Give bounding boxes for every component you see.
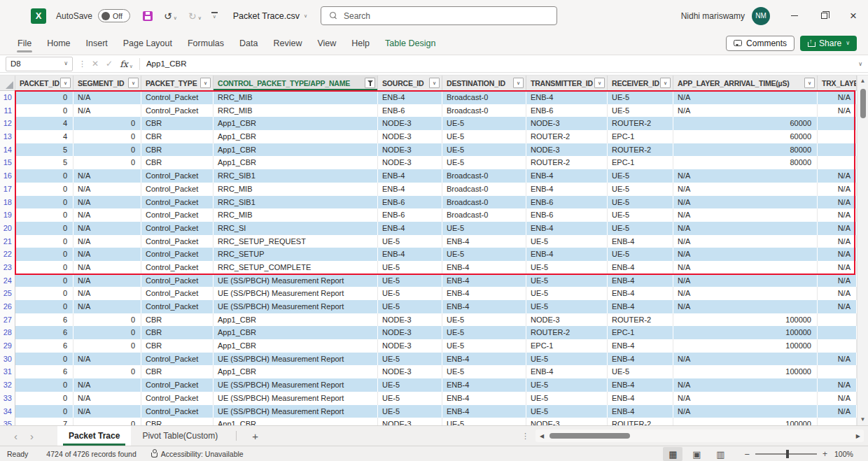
cell[interactable]: CBR <box>141 326 214 339</box>
cell[interactable]: N/A <box>74 183 141 196</box>
cell[interactable]: ENB-4 <box>442 392 526 405</box>
cell[interactable]: ENB-4 <box>608 405 673 418</box>
cell[interactable]: N/A <box>673 392 818 405</box>
cell[interactable]: ROUTER-2 <box>526 130 608 143</box>
cell[interactable]: NODE-3 <box>378 339 442 353</box>
cell[interactable]: CBR <box>141 130 214 143</box>
cell[interactable]: UE-5 <box>526 353 608 366</box>
cell[interactable]: 0 <box>15 392 74 405</box>
ribbon-tab-table-design[interactable]: Table Design <box>377 32 443 55</box>
name-box[interactable]: D8 ∨ <box>6 57 73 71</box>
cell[interactable]: ENB-6 <box>378 104 442 118</box>
cell[interactable]: UE (SS/PBCH) Measurement Report <box>214 392 378 405</box>
cell[interactable]: 60000 <box>673 130 818 143</box>
cell[interactable]: NODE-3 <box>378 130 442 143</box>
cell[interactable]: ENB-6 <box>526 104 608 118</box>
row-number[interactable]: 19 <box>0 208 15 222</box>
cell[interactable]: 6 <box>15 313 74 327</box>
column-header-packet-type[interactable]: PACKET_TYPE∨ <box>141 76 214 90</box>
cell[interactable]: CBR <box>141 365 214 378</box>
filter-dropdown-button[interactable]: ∨ <box>804 78 815 88</box>
row-number[interactable]: 18 <box>0 196 15 209</box>
cell[interactable]: 5 <box>15 143 74 157</box>
cell[interactable]: UE-5 <box>608 222 673 235</box>
cell[interactable]: 0 <box>15 300 74 313</box>
cell[interactable]: 100000 <box>673 365 818 378</box>
column-header-destination-id[interactable]: DESTINATION_ID∨ <box>442 76 526 90</box>
cell[interactable]: N/A <box>673 300 818 313</box>
cell[interactable]: 0 <box>15 353 74 366</box>
cell[interactable]: ENB-4 <box>526 222 608 235</box>
cell[interactable]: ENB-4 <box>442 378 526 392</box>
cell[interactable]: N/A <box>74 91 141 104</box>
filter-dropdown-button[interactable]: ∨ <box>660 78 671 88</box>
ribbon-tab-help[interactable]: Help <box>344 32 377 55</box>
cell[interactable]: 0 <box>15 91 74 104</box>
cell[interactable]: UE-5 <box>526 300 608 313</box>
row-number[interactable]: 16 <box>0 169 15 183</box>
scroll-left-icon[interactable]: ◀ <box>540 433 544 439</box>
scroll-right-icon[interactable]: ▶ <box>856 433 860 439</box>
formula-bar-handle[interactable]: ⋮ <box>78 59 86 69</box>
cell[interactable]: ENB-4 <box>526 183 608 196</box>
cell[interactable]: UE-5 <box>526 378 608 392</box>
cell[interactable]: N/A <box>673 274 818 288</box>
cell[interactable]: App1_CBR <box>214 418 378 425</box>
cell[interactable]: UE-5 <box>378 261 442 274</box>
cell[interactable]: N/A <box>74 353 141 366</box>
row-number[interactable]: 12 <box>0 117 15 130</box>
ribbon-tab-formulas[interactable]: Formulas <box>180 32 232 55</box>
cell[interactable]: CBR <box>141 117 214 130</box>
excel-logo-icon[interactable]: X <box>31 8 46 24</box>
cell[interactable]: 0 <box>74 326 141 339</box>
cell[interactable]: Control_Packet <box>141 91 214 104</box>
cell[interactable]: N/A <box>74 392 141 405</box>
cell[interactable]: UE-5 <box>442 339 526 353</box>
cell[interactable]: ENB-4 <box>378 91 442 104</box>
cell[interactable]: UE-5 <box>526 405 608 418</box>
cell[interactable]: CBR <box>141 143 214 157</box>
cell[interactable]: Control_Packet <box>141 405 214 418</box>
cell[interactable]: N/A <box>673 248 818 261</box>
cell[interactable]: N/A <box>818 274 857 288</box>
zoom-level[interactable]: 100% <box>834 450 864 458</box>
cell[interactable] <box>818 418 857 425</box>
cell[interactable]: N/A <box>74 248 141 261</box>
cell[interactable]: UE-5 <box>442 313 526 327</box>
cell[interactable]: Control_Packet <box>141 208 214 222</box>
cell[interactable]: UE-5 <box>378 405 442 418</box>
cell[interactable]: 0 <box>15 248 74 261</box>
cell[interactable]: 0 <box>15 104 74 118</box>
cell[interactable]: ENB-4 <box>442 405 526 418</box>
cell[interactable]: UE-5 <box>608 196 673 209</box>
cell[interactable]: ENB-6 <box>526 196 608 209</box>
cell[interactable]: UE-5 <box>442 222 526 235</box>
cell[interactable]: RRC_SI <box>214 222 378 235</box>
cell[interactable]: UE-5 <box>378 274 442 288</box>
cell[interactable]: App1_CBR <box>214 130 378 143</box>
column-header-source-id[interactable]: SOURCE_ID∨ <box>378 76 442 90</box>
cell[interactable] <box>818 156 857 169</box>
row-number[interactable]: 31 <box>0 365 15 378</box>
insert-function-button[interactable]: fx∨ <box>120 59 133 69</box>
cell[interactable]: N/A <box>818 261 857 274</box>
scroll-down-icon[interactable]: ▼ <box>858 416 868 423</box>
cell[interactable]: RRC_SIB1 <box>214 169 378 183</box>
cell[interactable]: EPC-1 <box>526 339 608 353</box>
cell[interactable]: N/A <box>673 405 818 418</box>
cell[interactable]: UE-5 <box>442 143 526 157</box>
cell[interactable]: N/A <box>74 208 141 222</box>
column-header-segment-id[interactable]: SEGMENT_ID∨ <box>74 76 141 90</box>
add-sheet-button[interactable]: + <box>244 426 267 446</box>
cell[interactable]: UE (SS/PBCH) Measurement Report <box>214 353 378 366</box>
cell[interactable]: ENB-4 <box>442 353 526 366</box>
cell[interactable]: ENB-4 <box>378 169 442 183</box>
cell[interactable]: N/A <box>74 405 141 418</box>
cell[interactable] <box>818 117 857 130</box>
cell[interactable]: N/A <box>818 392 857 405</box>
filter-dropdown-button[interactable]: ∨ <box>60 78 71 88</box>
cell[interactable]: ROUTER-2 <box>608 313 673 327</box>
row-number[interactable]: 10 <box>0 91 15 104</box>
cell[interactable]: Control_Packet <box>141 300 214 313</box>
cell[interactable]: App1_CBR <box>214 365 378 378</box>
